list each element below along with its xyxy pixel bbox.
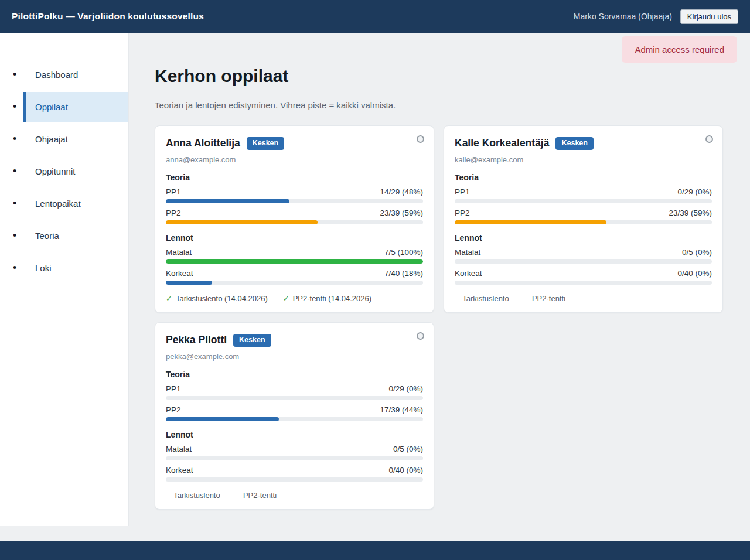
sidebar-nav-list: • Dashboard • Oppilaat • Ohjaajat • Oppi…	[0, 60, 128, 283]
sidebar-item-teoria[interactable]: • Teoria	[0, 221, 128, 251]
section-heading-lennot: Lennot	[166, 430, 423, 439]
top-navbar: PilottiPolku — Varjoliidon koulutussovel…	[0, 0, 750, 33]
check-item-pp2-tentti: – PP2-tentti	[236, 491, 277, 500]
status-badge: Kesken	[247, 137, 284, 150]
progress-korkeat: Korkeat 0/40 (0%)	[166, 466, 423, 482]
status-badge: Kesken	[555, 137, 593, 150]
bullet-icon: •	[13, 197, 23, 210]
progress-label: Korkeat	[455, 269, 482, 278]
check-item-tarkistuslento: ✓ Tarkistuslento (14.04.2026)	[166, 294, 268, 303]
section-heading-lennot: Lennot	[166, 233, 423, 243]
progress-fill	[166, 199, 289, 203]
app-title: PilottiPolku — Varjoliidon koulutussovel…	[12, 11, 204, 22]
sidebar-item-oppilaat[interactable]: • Oppilaat	[0, 92, 128, 122]
check-item-pp2-tentti: ✓ PP2-tentti (14.04.2026)	[283, 294, 371, 303]
progress-fill	[166, 259, 423, 264]
student-cards-grid: Anna Aloittelija Kesken anna@example.com…	[155, 125, 738, 510]
progress-track	[166, 417, 423, 421]
student-email: kalle@example.com	[455, 155, 712, 164]
progress-track	[166, 477, 423, 482]
completion-dot-icon	[705, 135, 713, 143]
status-badge: Kesken	[233, 334, 271, 347]
sidebar-item-ohjaajat[interactable]: • Ohjaajat	[0, 124, 128, 154]
progress-label: PP2	[166, 405, 181, 414]
sidebar-item-loki[interactable]: • Loki	[0, 253, 128, 283]
dash-icon: –	[524, 294, 529, 303]
progress-label: Korkeat	[166, 466, 193, 474]
section-heading-lennot: Lennot	[455, 233, 712, 243]
progress-track	[455, 281, 712, 285]
progress-track	[166, 281, 423, 285]
student-card-pekka: Pekka Pilotti Kesken pekka@example.com T…	[155, 322, 434, 510]
progress-value: 0/5 (0%)	[393, 445, 423, 453]
card-footer: – Tarkistuslento – PP2-tentti	[166, 491, 423, 500]
dash-icon: –	[236, 491, 240, 500]
completion-dot-icon	[417, 332, 424, 340]
progress-value: 0/29 (0%)	[677, 187, 712, 196]
sidebar-link-oppilaat[interactable]: Oppilaat	[23, 92, 128, 122]
progress-pp2: PP2 17/39 (44%)	[166, 405, 423, 421]
progress-value: 7/40 (18%)	[384, 269, 423, 278]
progress-korkeat: Korkeat 0/40 (0%)	[455, 269, 712, 285]
progress-matalat: Matalat 7/5 (100%)	[166, 248, 423, 264]
check-text: PP2-tentti	[532, 294, 565, 303]
progress-matalat: Matalat 0/5 (0%)	[166, 445, 423, 460]
sidebar-item-lentopaikat[interactable]: • Lentopaikat	[0, 189, 128, 218]
progress-fill	[166, 281, 212, 285]
content-row: • Dashboard • Oppilaat • Ohjaajat • Oppi…	[0, 33, 750, 541]
check-icon: ✓	[283, 294, 289, 303]
check-item-tarkistuslento: – Tarkistuslento	[455, 294, 509, 303]
sidebar-link-oppitunnit[interactable]: Oppitunnit	[23, 156, 128, 186]
current-user-label: Marko Sorvamaa (Ohjaaja)	[574, 12, 672, 21]
sidebar-item-oppitunnit[interactable]: • Oppitunnit	[0, 156, 128, 186]
check-text: PP2-tentti (14.04.2026)	[293, 294, 371, 303]
progress-fill	[455, 220, 606, 224]
logout-button[interactable]: Kirjaudu ulos	[680, 9, 738, 24]
progress-label: PP2	[455, 209, 470, 217]
progress-value: 23/39 (59%)	[380, 209, 423, 217]
progress-pp1: PP1 14/29 (48%)	[166, 187, 423, 203]
progress-value: 0/40 (0%)	[388, 466, 423, 474]
check-icon: ✓	[166, 294, 172, 303]
sidebar-link-ohjaajat[interactable]: Ohjaajat	[23, 124, 128, 154]
progress-pp2: PP2 23/39 (59%)	[455, 209, 712, 224]
completion-dot-icon	[417, 135, 424, 143]
card-footer: – Tarkistuslento – PP2-tentti	[455, 294, 712, 303]
progress-korkeat: Korkeat 7/40 (18%)	[166, 269, 423, 285]
sidebar-link-lentopaikat[interactable]: Lentopaikat	[23, 189, 128, 218]
check-text: PP2-tentti	[243, 491, 277, 500]
check-item-pp2-tentti: – PP2-tentti	[524, 294, 565, 303]
main-content: Admin access required Kerhon oppilaat Te…	[129, 33, 750, 541]
progress-label: PP1	[166, 384, 181, 393]
progress-track	[455, 220, 712, 224]
section-heading-teoria: Teoria	[166, 173, 423, 182]
check-text: Tarkistuslento	[462, 294, 509, 303]
progress-track	[166, 220, 423, 224]
progress-value: 0/29 (0%)	[388, 384, 423, 393]
student-card-anna: Anna Aloittelija Kesken anna@example.com…	[155, 125, 434, 313]
page-subtitle: Teorian ja lentojen edistyminen. Vihreä …	[155, 100, 738, 110]
sidebar: • Dashboard • Oppilaat • Ohjaajat • Oppi…	[0, 33, 129, 526]
student-name: Kalle Korkealentäjä	[455, 137, 549, 149]
progress-track	[166, 259, 423, 264]
progress-pp1: PP1 0/29 (0%)	[166, 384, 423, 400]
progress-value: 0/5 (0%)	[682, 248, 712, 257]
dash-icon: –	[166, 491, 170, 500]
progress-track	[455, 259, 712, 264]
card-header: Anna Aloittelija Kesken	[166, 137, 423, 150]
student-email: anna@example.com	[166, 155, 423, 164]
card-header: Kalle Korkealentäjä Kesken	[455, 137, 712, 150]
progress-label: Matalat	[166, 248, 192, 257]
sidebar-link-dashboard[interactable]: Dashboard	[23, 60, 128, 90]
sidebar-link-teoria[interactable]: Teoria	[23, 221, 128, 251]
admin-access-alert: Admin access required	[622, 36, 737, 63]
progress-label: Korkeat	[166, 269, 193, 278]
progress-value: 7/5 (100%)	[384, 248, 423, 257]
sidebar-item-dashboard[interactable]: • Dashboard	[0, 60, 128, 90]
student-name: Pekka Pilotti	[166, 334, 227, 346]
sidebar-link-loki[interactable]: Loki	[23, 253, 128, 283]
student-email: pekka@example.com	[166, 352, 423, 361]
progress-label: PP1	[455, 187, 470, 196]
navbar-right: Marko Sorvamaa (Ohjaaja) Kirjaudu ulos	[574, 9, 738, 24]
progress-track	[166, 456, 423, 460]
